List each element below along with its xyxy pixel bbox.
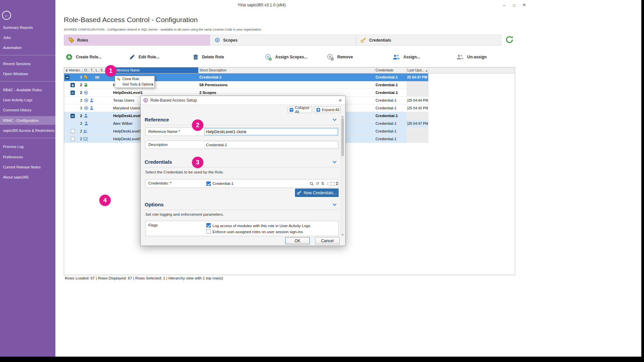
collapse-expander[interactable]: [65, 75, 69, 80]
chevron-down-icon: [333, 117, 336, 121]
reference-name-cell: HelpDeskLevel1: [113, 89, 197, 96]
corners-icon: [331, 182, 335, 186]
column-header-o[interactable]: O...: [83, 67, 90, 73]
sort-icon[interactable]: [320, 182, 325, 186]
cancel-button[interactable]: Cancel: [315, 237, 340, 244]
menu-item-clone-role[interactable]: Clone Role: [115, 76, 154, 82]
sidebar-item-open-windows[interactable]: Open Windows: [0, 69, 55, 78]
sidebar: Summary Reports Jobs Automation Recent S…: [0, 0, 55, 357]
sidebar-item-summary-reports[interactable]: Summary Reports: [0, 23, 55, 32]
tab-label: Credentials: [369, 38, 391, 43]
sidebar-item-preferences[interactable]: Preferences: [0, 153, 55, 161]
expand-all-button[interactable]: Expand All: [314, 106, 341, 113]
context-menu: Clone Role Grid Tools & Options: [115, 76, 155, 88]
reset-icon[interactable]: [315, 182, 320, 186]
button-label: Expand All: [322, 108, 339, 112]
column-header-credentials[interactable]: Credentials: [375, 67, 406, 73]
sidebar-item-rbac-available-roles[interactable]: RBAC - Available Roles: [0, 86, 55, 94]
spinner-control[interactable]: [335, 181, 339, 186]
flags-label: Flags: [148, 223, 158, 227]
tool-label: Remove: [337, 55, 353, 59]
collapse-all-button[interactable]: Collapse All: [288, 106, 312, 113]
sidebar-item-rbac-configuration[interactable]: RBAC - Configuration: [0, 116, 55, 125]
sidebar-item-comment-history[interactable]: Comment History: [0, 106, 55, 114]
column-header-last-updated[interactable]: Last Upd...: [406, 67, 428, 73]
description-value[interactable]: Credential-1: [204, 141, 338, 148]
fullscreen-icon[interactable]: [330, 182, 335, 186]
assign-button[interactable]: Assign...: [393, 51, 420, 63]
tool-label: Delete Role: [202, 55, 224, 59]
credential-1-checkbox[interactable]: [206, 182, 211, 186]
target-minus-icon: [327, 53, 334, 61]
maximize-button[interactable]: [509, 0, 519, 10]
new-credentials-button[interactable]: New Credentials...: [295, 189, 339, 197]
pencil-icon: [129, 54, 135, 60]
trash-icon: [193, 54, 199, 60]
menu-item-grid-tools-options[interactable]: Grid Tools & Options: [115, 82, 154, 87]
button-label: New Credentials...: [304, 191, 337, 195]
column-header-short-description[interactable]: Short Description: [198, 67, 375, 73]
annotation-circle-3: 3: [192, 157, 203, 168]
minimize-button[interactable]: [499, 0, 509, 10]
ok-button[interactable]: OK: [285, 237, 310, 244]
tab-scopes[interactable]: Scopes: [210, 35, 356, 46]
sidebar-item-current-release-notes[interactable]: Current Release Notes: [0, 163, 55, 171]
section-title: Credentials: [145, 159, 172, 165]
credential-option-label: Credential-1: [212, 179, 234, 188]
tool-label: Assign Scopes...: [275, 55, 307, 59]
last-updated-cell-empty: [406, 112, 428, 119]
close-button[interactable]: [519, 0, 529, 10]
collapse-all-icon: [290, 108, 293, 112]
edit-role-button[interactable]: Edit Role...: [129, 51, 159, 63]
target-plus-icon: [264, 53, 272, 61]
scrollbar-thumb[interactable]: [341, 118, 344, 156]
tab-label: Scopes: [223, 38, 238, 43]
column-header-hierarchy[interactable]: Hierarc...: [64, 67, 83, 73]
hierarchy-level: 2: [73, 89, 82, 96]
sidebar-item-process-log[interactable]: Process Log: [0, 142, 55, 151]
hierarchy-level: 2: [73, 81, 82, 89]
search-icon[interactable]: [309, 182, 314, 186]
delete-role-button[interactable]: Delete Role: [193, 51, 224, 63]
tag-icon: [68, 37, 74, 43]
enforce-roles-checkbox[interactable]: [206, 229, 211, 234]
tab-credentials[interactable]: Credentials: [356, 35, 501, 46]
dialog-scrollbar[interactable]: [341, 115, 344, 236]
hierarchy-level: 2: [73, 112, 82, 119]
create-role-button[interactable]: Create Role...: [66, 51, 102, 63]
sidebar-item-about-sapio365[interactable]: About sapio365: [0, 173, 55, 182]
tool-label: Create Role...: [76, 55, 102, 59]
sort-alt-icon[interactable]: [325, 182, 330, 186]
tool-label: Un-assign: [467, 55, 487, 59]
sidebar-item-sapio365-access-restrictions[interactable]: sapio365 Access & Restrictions: [0, 126, 55, 135]
dialog-close-button[interactable]: [337, 97, 344, 104]
short-description-cell: 2 Scopes: [199, 89, 373, 96]
refresh-button[interactable]: [505, 35, 515, 45]
unassign-button[interactable]: Un-assign: [456, 51, 487, 63]
column-header-t[interactable]: T...: [90, 67, 95, 73]
section-header-options[interactable]: Options: [145, 201, 339, 209]
section-header-credentials[interactable]: Credentials: [145, 158, 339, 166]
assign-scopes-button[interactable]: Assign Scopes...: [264, 51, 307, 63]
column-header-reference-name[interactable]: Reference Name: [112, 67, 198, 73]
section-header-reference[interactable]: Reference: [145, 116, 339, 124]
enforce-roles-label: Enforce user-assigned roles on user sess…: [212, 229, 303, 235]
credentials-cell: Credential-1: [376, 97, 406, 104]
sidebar-item-recent-sessions[interactable]: Recent Sessions: [0, 59, 55, 68]
log-access-checkbox[interactable]: [206, 223, 211, 227]
back-button[interactable]: [2, 11, 11, 20]
credentials-cell: Credential-1: [376, 135, 406, 143]
last-updated-cell-empty: [406, 89, 428, 96]
annotation-circle-1: 1: [105, 65, 116, 76]
sidebar-item-jobs[interactable]: Jobs: [0, 33, 55, 42]
lock-icon: [65, 69, 68, 72]
target-icon: [84, 90, 88, 95]
tab-roles[interactable]: Roles: [64, 35, 210, 46]
divider: [145, 167, 339, 167]
screen-edge-right: [641, 0, 644, 362]
column-header-l[interactable]: L...: [95, 67, 100, 73]
sidebar-item-automation[interactable]: Automation: [0, 43, 55, 52]
reference-name-input[interactable]: [204, 128, 338, 135]
remove-button[interactable]: Remove: [327, 51, 353, 63]
sidebar-item-user-activity-logs[interactable]: User Activity Logs: [0, 96, 55, 104]
